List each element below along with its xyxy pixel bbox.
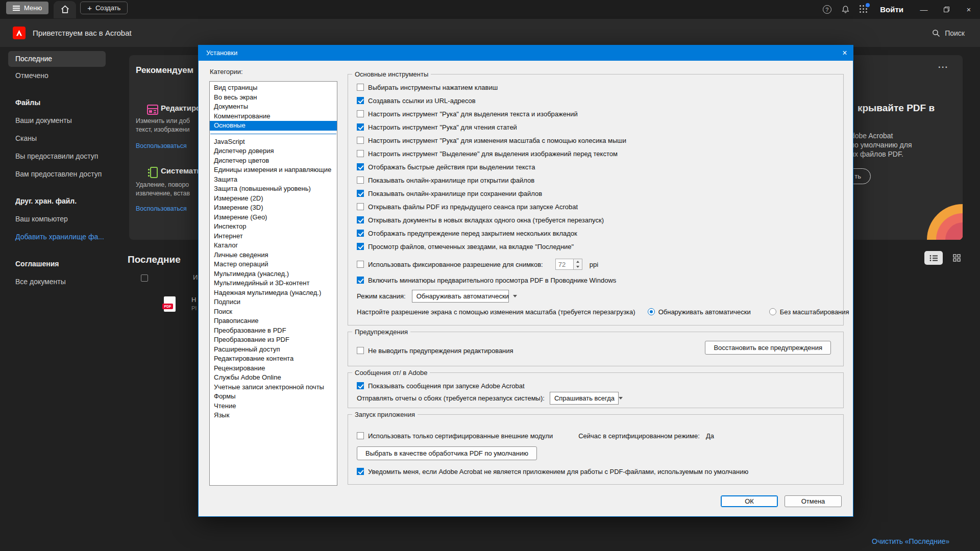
cancel-button[interactable]: Отмена (785, 495, 842, 507)
checkbox-row[interactable]: Показывать онлайн-хранилище при сохранен… (357, 187, 843, 200)
checkbox[interactable] (357, 163, 364, 170)
checkbox-row[interactable]: Показывать сообщения при запуске Adobe A… (357, 380, 843, 391)
checkbox-row[interactable]: Просмотр файлов, отмеченных звездами, на… (357, 240, 843, 253)
checkbox[interactable] (357, 190, 364, 197)
sign-in-button[interactable]: Войти (880, 5, 903, 14)
notifications-button[interactable] (836, 0, 854, 19)
category-item[interactable]: Измерение (3D) (210, 203, 337, 213)
crash-report-select[interactable]: Спрашивать всегда (550, 392, 619, 405)
clear-recent-link[interactable]: Очистить «Последние» (872, 537, 949, 545)
category-item[interactable]: Инспектор (210, 222, 337, 232)
sidebar-item[interactable]: Ваши документы (0, 112, 125, 130)
checkbox[interactable] (357, 97, 364, 104)
window-minimize-button[interactable]: — (913, 0, 935, 19)
sidebar-item[interactable]: Вы предоставили доступ (0, 147, 125, 165)
menu-button[interactable]: Меню (6, 2, 48, 14)
notify-default-app-checkbox[interactable] (357, 468, 364, 475)
dialog-close-button[interactable]: × (836, 48, 853, 58)
category-item[interactable]: Подписи (210, 297, 337, 307)
checkbox-row[interactable]: Уведомить меня, если Adobe Acrobat не яв… (357, 465, 843, 478)
category-item[interactable]: Измерение (Geo) (210, 213, 337, 222)
checkbox[interactable] (357, 243, 364, 250)
checkbox-row[interactable]: Отображать быстрые действия при выделени… (357, 160, 843, 173)
category-item[interactable]: Учетные записи электронной почты (210, 383, 337, 392)
category-item[interactable]: Защита (повышенный уровень) (210, 184, 337, 194)
checkbox-row[interactable]: Настроить инструмент "Выделение" для выд… (357, 147, 843, 160)
show-startup-messages-checkbox[interactable] (357, 382, 364, 389)
reset-warnings-button[interactable]: Восстановить все предупреждения (705, 341, 831, 355)
checkbox-row[interactable]: Отображать предупреждение перед закрытие… (357, 227, 843, 240)
default-pdf-handler-button[interactable]: Выбрать в качестве обработчика PDF по ум… (357, 446, 537, 460)
checkbox[interactable] (357, 84, 364, 91)
checkbox-row[interactable]: Открывать документы в новых вкладках одн… (357, 213, 843, 227)
category-item[interactable]: Мастер операций (210, 260, 337, 269)
checkbox-row[interactable]: Открывать файлы PDF из предыдущего сеанс… (357, 200, 843, 213)
suppress-edit-warnings-checkbox[interactable] (357, 347, 364, 354)
category-item[interactable]: Измерение (2D) (210, 194, 337, 204)
sidebar-item[interactable]: Добавить хранилище фа... (0, 228, 125, 246)
checkbox[interactable] (357, 150, 364, 157)
category-item[interactable]: Чтение (210, 402, 337, 411)
checkbox-row[interactable]: Настроить инструмент "Рука" для изменени… (357, 134, 843, 147)
checkbox[interactable] (357, 230, 364, 237)
sidebar-item[interactable]: Вам предоставлен доступ (0, 165, 125, 183)
checkbox[interactable] (357, 177, 364, 184)
category-item[interactable]: Мультимедийный и 3D-контент (210, 279, 337, 288)
sidebar-item[interactable]: Ваш компьютер (0, 210, 125, 228)
category-item[interactable]: Личные сведения (210, 251, 337, 260)
checkbox[interactable] (357, 203, 364, 210)
ok-button[interactable]: ОК (721, 495, 778, 507)
checkbox-row[interactable]: Выбирать инструменты нажатием клавиш (357, 81, 843, 94)
checkbox-row[interactable]: Показывать онлайн-хранилище при открытии… (357, 173, 843, 187)
sidebar-item[interactable]: Последние (8, 51, 106, 67)
category-item[interactable]: Интернет (210, 232, 337, 241)
window-restore-button[interactable] (935, 0, 958, 19)
checkbox[interactable] (357, 216, 364, 223)
category-item[interactable]: Диспетчер цветов (210, 156, 337, 166)
checkbox-row[interactable]: Создавать ссылки из URL-адресов (357, 94, 843, 107)
touch-mode-select[interactable]: Обнаруживать автоматически (412, 290, 509, 303)
home-tab[interactable] (54, 1, 76, 18)
checkbox[interactable] (357, 137, 364, 144)
category-item[interactable]: JavaScript (210, 137, 337, 147)
dialog-titlebar[interactable]: Установки × (198, 45, 853, 61)
category-item[interactable]: Службы Adobe Online (210, 373, 337, 383)
category-item[interactable]: Надежная мультимедиа (унаслед.) (210, 288, 337, 298)
categories-listbox[interactable]: Вид страницыВо весь экранДокументыКоммен… (209, 81, 337, 486)
category-item[interactable]: Защита (210, 175, 337, 185)
checkbox-row[interactable]: Включить миниатюры предварительного прос… (357, 273, 843, 287)
category-item[interactable]: Единицы измерения и направляющие (210, 165, 337, 175)
snapshot-resolution-checkbox[interactable] (357, 261, 364, 268)
grid-view-toggle[interactable] (947, 251, 966, 265)
card-edit-link[interactable]: Воспользоваться (136, 142, 187, 149)
category-item[interactable]: Основные (210, 121, 337, 131)
search-button[interactable]: Поиск (932, 29, 965, 37)
snapshot-resolution-input[interactable] (555, 259, 574, 270)
checkbox[interactable] (357, 277, 364, 284)
category-item[interactable]: Поиск (210, 307, 337, 317)
card-more-button[interactable]: ... (938, 60, 948, 70)
sidebar-item[interactable]: Все документы (0, 273, 125, 291)
window-close-button[interactable]: × (958, 0, 980, 19)
category-item[interactable]: Редактирование контента (210, 354, 337, 364)
category-item[interactable]: Диспетчер доверия (210, 146, 337, 156)
checkbox-row[interactable]: Настроить инструмент "Рука" для чтения с… (357, 120, 843, 134)
select-all-checkbox[interactable] (141, 274, 148, 282)
card-organize-link[interactable]: Воспользоваться (136, 205, 187, 212)
checkbox-row[interactable]: Настроить инструмент "Рука" для выделени… (357, 107, 843, 120)
category-item[interactable]: Мультимедиа (унаслед.) (210, 269, 337, 279)
category-item[interactable]: Расширенный доступ (210, 345, 337, 355)
category-item[interactable]: Преобразование в PDF (210, 326, 337, 336)
create-button[interactable]: + Создать (80, 2, 128, 14)
checkbox[interactable] (357, 110, 364, 117)
category-item[interactable]: Язык (210, 411, 337, 420)
category-item[interactable]: Правописание (210, 316, 337, 326)
scale-none-radio[interactable] (769, 308, 776, 315)
category-item[interactable]: Во весь экран (210, 93, 337, 103)
category-item[interactable]: Рецензирование (210, 364, 337, 373)
category-item[interactable]: Преобразование из PDF (210, 335, 337, 345)
category-item[interactable]: Формы (210, 392, 337, 402)
sidebar-item[interactable]: Отмечено (0, 67, 125, 85)
category-item[interactable]: Вид страницы (210, 83, 337, 93)
sidebar-item[interactable]: Сканы (0, 130, 125, 147)
